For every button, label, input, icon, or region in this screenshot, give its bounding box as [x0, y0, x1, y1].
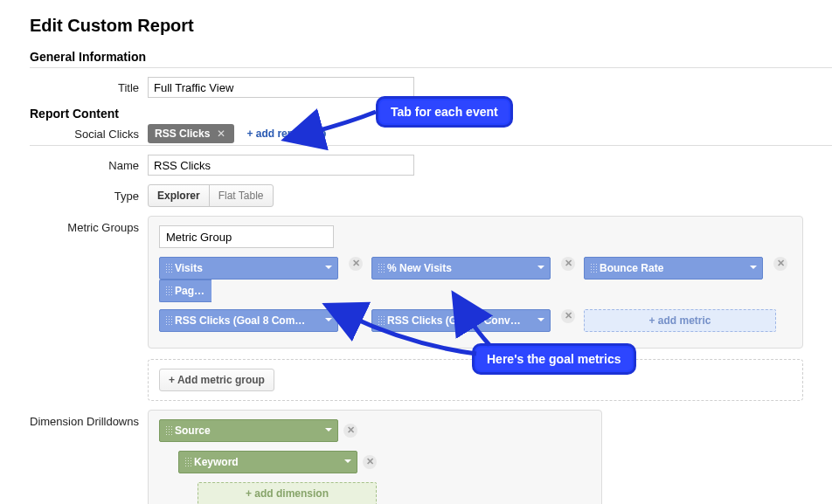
close-icon[interactable]: ✕: [217, 128, 225, 140]
label-social-clicks: Social Clicks: [30, 128, 148, 141]
label-metric-groups: Metric Groups: [30, 216, 148, 234]
type-explorer-button[interactable]: Explorer: [148, 184, 210, 207]
name-input[interactable]: [148, 155, 414, 176]
remove-icon[interactable]: ✕: [773, 257, 787, 271]
tab-rss-clicks-label: RSS Clicks: [155, 128, 210, 140]
remove-icon[interactable]: ✕: [343, 424, 357, 438]
dimension-source[interactable]: Source: [159, 419, 338, 442]
chevron-down-icon[interactable]: [318, 262, 332, 275]
callout-goal-metrics: Here's the goal metrics: [472, 343, 636, 375]
drag-icon[interactable]: [165, 286, 172, 296]
remove-icon[interactable]: ✕: [561, 309, 575, 323]
metric-pct-new-visits[interactable]: % New Visits: [371, 257, 551, 280]
dimension-panel: Source ✕ Keyword ✕ + add dimension: [148, 410, 602, 504]
label-type: Type: [30, 190, 148, 203]
metric-group-panel: Visits ✕ % New Visits ✕ Bounce Rate ✕: [148, 216, 803, 349]
remove-icon[interactable]: ✕: [349, 309, 363, 323]
remove-icon[interactable]: ✕: [561, 257, 575, 271]
chevron-down-icon[interactable]: [337, 456, 351, 469]
tab-rss-clicks[interactable]: RSS Clicks ✕: [148, 124, 234, 143]
drag-icon[interactable]: [378, 315, 385, 326]
drag-icon[interactable]: [165, 263, 172, 273]
chevron-down-icon[interactable]: [318, 314, 332, 328]
metric-rss-goal-8-completions[interactable]: RSS Clicks (Goal 8 Com…: [159, 309, 338, 332]
chevron-down-icon[interactable]: [530, 314, 544, 328]
drag-icon[interactable]: [165, 425, 172, 436]
add-metric-button[interactable]: + add metric: [584, 309, 776, 332]
metric-visits[interactable]: Visits: [159, 257, 338, 280]
type-toggle: Explorer Flat Table: [148, 184, 832, 207]
title-input[interactable]: [148, 77, 414, 98]
add-dimension-button[interactable]: + add dimension: [198, 482, 377, 504]
add-report-tab[interactable]: + add report tab: [246, 128, 326, 140]
label-dimension-drilldowns: Dimension Drilldowns: [30, 410, 148, 428]
drag-icon[interactable]: [378, 263, 385, 273]
drag-icon[interactable]: [590, 263, 597, 273]
section-general-info: General Information: [30, 50, 832, 64]
page-title: Edit Custom Report: [30, 16, 832, 36]
callout-tab-for-each-event: Tab for each event: [376, 96, 513, 128]
type-flat-table-button[interactable]: Flat Table: [209, 184, 274, 207]
label-title: Title: [30, 81, 148, 94]
drag-icon[interactable]: [184, 457, 191, 467]
remove-icon[interactable]: ✕: [349, 257, 363, 271]
metric-bounce-rate[interactable]: Bounce Rate: [584, 257, 763, 280]
add-metric-group-button[interactable]: + Add metric group: [159, 369, 274, 391]
chevron-down-icon[interactable]: [318, 425, 332, 438]
metric-pages-per-visit-partial[interactable]: Pages / V: [159, 280, 211, 302]
remove-icon[interactable]: ✕: [363, 455, 377, 469]
dimension-keyword[interactable]: Keyword: [178, 451, 357, 473]
drag-icon[interactable]: [165, 315, 172, 326]
metric-rss-goal-8-conversion[interactable]: RSS Clicks (Goal 8 Conv…: [371, 309, 551, 332]
chevron-down-icon[interactable]: [743, 262, 757, 275]
label-name: Name: [30, 159, 148, 172]
chevron-down-icon[interactable]: [530, 262, 544, 275]
metric-group-name-input[interactable]: [159, 225, 334, 248]
